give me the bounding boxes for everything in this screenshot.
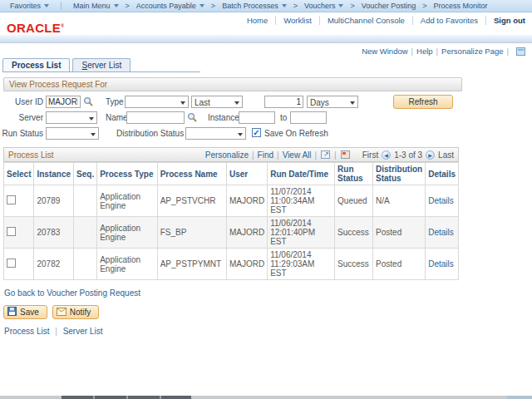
details-link[interactable]: Details: [428, 259, 454, 268]
breadcrumb-label: Voucher Posting: [362, 2, 416, 10]
last-count-input[interactable]: [264, 96, 303, 108]
last-select[interactable]: Last: [191, 96, 243, 108]
process-list-grid: Process List Personalize Find View All F…: [3, 147, 459, 280]
process-list-bottom-link[interactable]: Process List: [4, 327, 49, 336]
refresh-button[interactable]: Refresh: [393, 95, 453, 109]
process-name-cell: FS_BP: [157, 217, 226, 249]
bottom-edge-bar: [0, 396, 532, 399]
run-status-label: Run Status: [0, 129, 43, 138]
masthead: Home Worklist MultiChannel Console Add t…: [0, 12, 532, 35]
divider: [249, 150, 258, 160]
instance-cell: 20789: [34, 185, 74, 217]
save-button[interactable]: Save: [3, 305, 47, 319]
table-row: 20783 Application Engine FS_BP MAJORD 11…: [4, 217, 459, 249]
personalize-link[interactable]: Personalize: [205, 150, 249, 160]
col-seq: Seq.: [74, 163, 97, 185]
personalize-page-link[interactable]: Personalize Page: [441, 47, 503, 56]
notify-button-label: Notify: [70, 308, 91, 317]
name-input[interactable]: [126, 111, 185, 124]
name-lookup-icon[interactable]: [187, 112, 198, 123]
add-to-favorites-link[interactable]: Add to Favorites: [413, 16, 486, 25]
divider: [273, 150, 283, 160]
grid-view-icon[interactable]: [341, 150, 350, 159]
divider: [331, 150, 340, 160]
multichannel-console-link[interactable]: MultiChannel Console: [320, 16, 413, 25]
col-run-datetime: Run Date/Time: [268, 163, 335, 185]
action-buttons: Save Notify: [3, 305, 532, 319]
next-page-icon[interactable]: [426, 150, 435, 160]
process-type-cell: Application Engine: [97, 249, 158, 280]
breadcrumb-accounts-payable[interactable]: Accounts Payable: [131, 2, 209, 10]
process-list-table: Select Instance Seq. Process Type Proces…: [3, 162, 459, 280]
view-all-link[interactable]: View All: [283, 150, 312, 160]
home-link[interactable]: Home: [239, 16, 276, 25]
instance-to-input[interactable]: [290, 111, 327, 124]
worklist-link[interactable]: Worklist: [276, 16, 320, 25]
previous-page-icon[interactable]: [382, 150, 391, 160]
server-list-bottom-link[interactable]: Server List: [63, 327, 103, 336]
server-select[interactable]: [46, 111, 97, 124]
instance-from-input[interactable]: [239, 111, 275, 124]
user-id-input[interactable]: [46, 96, 81, 108]
favorites-menu[interactable]: Favorites: [5, 2, 54, 10]
type-select[interactable]: [125, 96, 189, 108]
distribution-status-select[interactable]: [185, 127, 246, 140]
table-row: 20789 Application Engine AP_PSTVCHR MAJO…: [4, 185, 459, 217]
go-back-link[interactable]: Go back to Voucher Posting Request: [4, 288, 140, 298]
row-select-checkbox[interactable]: [7, 259, 16, 268]
user-id-lookup-icon[interactable]: [83, 96, 94, 107]
run-status-select[interactable]: [46, 127, 99, 140]
user-id-label: User ID: [0, 97, 43, 106]
divider: [433, 47, 441, 56]
grid-header-bar: Process List Personalize Find View All F…: [3, 147, 459, 162]
divider: [312, 150, 321, 160]
http-window-icon[interactable]: [516, 47, 525, 56]
breadcrumb-separator: [211, 2, 215, 10]
find-link[interactable]: Find: [258, 150, 273, 160]
tab-server-list[interactable]: Server List: [72, 58, 131, 71]
breadcrumb-batch-processes[interactable]: Batch Processes: [217, 2, 292, 10]
details-link[interactable]: Details: [428, 228, 454, 237]
new-window-link[interactable]: New Window: [362, 47, 407, 56]
download-icon[interactable]: [321, 150, 330, 159]
breadcrumb: Favorites Main Menu Accounts Payable Bat…: [0, 0, 532, 12]
breadcrumb-vouchers[interactable]: Vouchers: [299, 2, 349, 10]
save-on-refresh-checkbox[interactable]: [252, 128, 261, 137]
bottom-page-links: Process List Server List: [4, 327, 532, 336]
run-status-cell: Success: [335, 249, 373, 280]
seq-cell: [74, 185, 97, 217]
chevron-down-icon: [282, 4, 287, 7]
days-select[interactable]: Days: [307, 96, 358, 108]
instance-cell: 20782: [34, 249, 74, 280]
col-run-status: Run Status: [335, 163, 373, 185]
main-menu-label: Main Menu: [73, 2, 111, 10]
row-select-checkbox[interactable]: [7, 195, 16, 204]
row-select-checkbox[interactable]: [7, 227, 16, 236]
breadcrumb-process-monitor[interactable]: Process Monitor: [429, 2, 493, 10]
details-link[interactable]: Details: [428, 196, 454, 205]
run-datetime-cell: 11/06/2014 12:01:40PM EST: [268, 217, 335, 249]
distribution-status-label: Distribution Status: [116, 129, 184, 138]
process-type-cell: Application Engine: [97, 217, 158, 249]
breadcrumb-voucher-posting[interactable]: Voucher Posting: [357, 2, 421, 10]
distribution-status-cell: Posted: [373, 217, 426, 249]
user-cell: MAJORD: [226, 249, 267, 280]
process-type-cell: Application Engine: [97, 185, 158, 217]
tab-bar: Process List Server List: [2, 57, 200, 72]
server-label: Server: [0, 113, 43, 122]
help-link[interactable]: Help: [416, 47, 433, 56]
breadcrumb-label: Accounts Payable: [136, 2, 196, 10]
divider: [408, 47, 416, 56]
notify-button[interactable]: Notify: [52, 305, 100, 319]
main-menu[interactable]: Main Menu: [68, 2, 124, 10]
sign-out-link[interactable]: Sign out: [486, 16, 527, 25]
pager-last-label: Last: [438, 150, 454, 160]
chevron-down-icon: [44, 4, 49, 7]
divider: [52, 327, 61, 336]
filter-groupbox-title: View Process Request For: [3, 77, 462, 91]
chevron-down-icon: [114, 4, 119, 7]
save-on-refresh-label: Save On Refresh: [264, 129, 328, 138]
tab-process-list[interactable]: Process List: [2, 58, 70, 71]
instance-cell: 20783: [34, 217, 74, 249]
breadcrumb-label: Process Monitor: [434, 2, 488, 10]
